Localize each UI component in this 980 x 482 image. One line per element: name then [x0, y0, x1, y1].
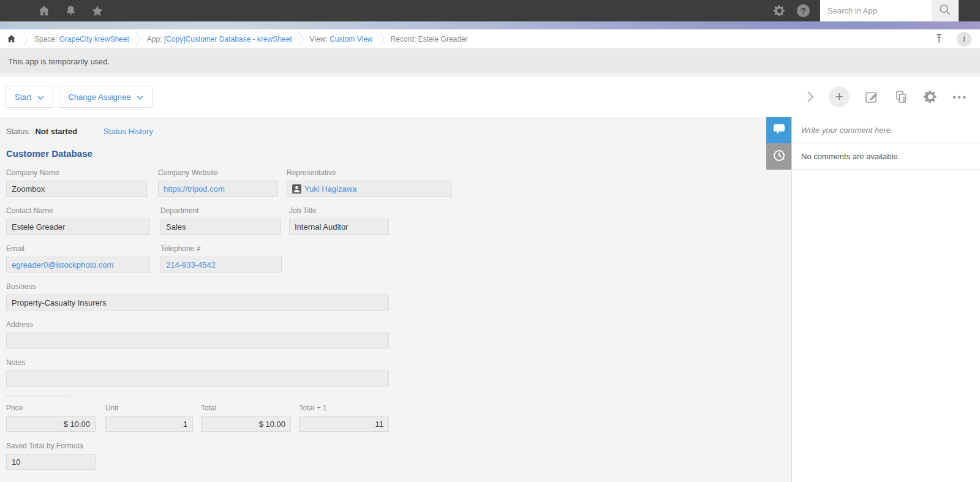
chevron-down-icon — [137, 92, 143, 102]
comments-content: Write your comment here. No comments are… — [791, 117, 980, 482]
field-address — [6, 333, 389, 348]
info-icon[interactable]: i — [957, 32, 971, 47]
breadcrumb-view: View: Custom View — [310, 35, 373, 43]
header-cover-strip — [0, 21, 980, 29]
comments-empty-message: No comments are available. — [792, 143, 980, 170]
field-label-total-plus-one: Total + 1 — [299, 404, 389, 412]
topbar-corner — [959, 0, 980, 21]
breadcrumb-space-link[interactable]: GrapeCity krewSheet — [59, 35, 129, 43]
breadcrumb-record: Record: Estele Greader — [391, 35, 468, 43]
field-label-saved-total: Saved Total by Formula — [6, 442, 96, 450]
field-company-name: Zoombox — [6, 181, 147, 197]
breadcrumb-separator-icon — [379, 31, 385, 47]
breadcrumb-record-prefix: Record: — [391, 35, 418, 43]
breadcrumb-space: Space: GrapeCity krewSheet — [34, 35, 129, 43]
field-label-email: Email — [6, 244, 150, 253]
change-assignee-button[interactable]: Change Assignee — [59, 86, 153, 108]
field-unit: 1 — [105, 416, 193, 432]
record-title[interactable]: Customer Database — [6, 148, 766, 159]
field-label-contact-name: Contact Name — [6, 206, 150, 215]
field-job-title: Internal Auditor — [289, 219, 389, 235]
chevron-down-icon — [37, 92, 44, 102]
breadcrumb-home-icon[interactable] — [6, 34, 17, 44]
breadcrumb-view-link[interactable]: Custom View — [330, 35, 372, 43]
home-icon[interactable] — [37, 4, 51, 18]
field-label-price: Price — [6, 404, 96, 412]
field-company-website: https://tripod.com — [158, 181, 278, 197]
search-input[interactable] — [820, 0, 932, 21]
field-label-representative: Representative — [287, 168, 452, 177]
field-label-total: Total — [201, 404, 291, 412]
field-representative: Yuki Hagizawa — [287, 181, 452, 197]
search-icon — [938, 3, 952, 18]
breadcrumb-separator-icon — [298, 31, 304, 47]
comments-tab[interactable] — [766, 117, 791, 143]
pin-icon[interactable] — [935, 34, 943, 44]
status-history-link[interactable]: Status History — [104, 127, 153, 136]
start-button[interactable]: Start — [6, 86, 53, 108]
breadcrumb-record-name: Estele Greader — [418, 35, 468, 43]
search-button[interactable] — [932, 0, 959, 21]
add-record-button[interactable]: + — [829, 86, 850, 107]
field-label-address: Address — [6, 320, 389, 329]
comment-bubble-icon — [773, 124, 785, 137]
hamburger-menu-icon[interactable] — [8, 6, 24, 16]
comment-input[interactable]: Write your comment here. — [792, 117, 980, 143]
app-notice-banner: This app is temporarily used. — [0, 49, 980, 73]
field-label-notes: Notes — [6, 358, 389, 367]
field-total-plus-one: 11 — [299, 416, 389, 432]
field-label-unit: Unit — [105, 404, 193, 412]
field-label-business: Business — [6, 282, 389, 291]
user-icon — [292, 184, 301, 194]
breadcrumb-app: App: [Copy]Customer Database - krewSheet — [147, 35, 292, 43]
change-assignee-label: Change Assignee — [68, 92, 130, 102]
field-label-department: Department — [160, 206, 281, 215]
field-label-company-name: Company Name — [6, 168, 147, 177]
start-button-label: Start — [15, 92, 31, 102]
field-email: egreader0@istockphoto.com — [6, 257, 150, 273]
app-search — [820, 0, 959, 21]
company-website-link[interactable]: https://tripod.com — [164, 184, 225, 194]
email-link[interactable]: egreader0@istockphoto.com — [12, 260, 113, 269]
field-contact-name: Estele Greader — [6, 219, 150, 235]
process-status-row: Status: Not started Status History — [6, 127, 766, 136]
field-business: Property-Casualty Insurers — [6, 295, 389, 311]
field-price: $ 10.00 — [6, 416, 96, 432]
breadcrumb: Space: GrapeCity krewSheet App: [Copy]Cu… — [0, 29, 980, 49]
status-label: Status: — [6, 127, 31, 136]
field-label-company-website: Company Website — [158, 168, 278, 177]
field-notes — [6, 371, 389, 386]
breadcrumb-view-prefix: View: — [310, 35, 330, 43]
field-total: $ 10.00 — [201, 416, 291, 432]
notifications-bell-icon[interactable] — [64, 4, 77, 17]
field-label-telephone: Telephone # — [160, 244, 282, 253]
field-telephone: 214-933-4542 — [160, 257, 282, 273]
history-clock-icon — [772, 149, 786, 165]
breadcrumb-separator-icon — [23, 31, 28, 47]
breadcrumb-app-link[interactable]: [Copy]Customer Database - krewSheet — [164, 35, 292, 43]
field-label-job-title: Job Title — [289, 206, 389, 215]
breadcrumb-separator-icon — [135, 31, 141, 47]
more-options-icon[interactable]: ••• — [952, 92, 968, 102]
record-settings-gear-icon[interactable] — [923, 89, 938, 104]
help-icon[interactable]: ? — [797, 4, 810, 17]
breadcrumb-space-prefix: Space: — [34, 35, 59, 43]
status-value: Not started — [35, 127, 77, 136]
record-toolbar: Start Change Assignee + ••• — [0, 77, 980, 117]
favorites-star-icon[interactable] — [91, 4, 104, 18]
record-history-tab[interactable] — [766, 143, 791, 170]
group-divider — [6, 396, 70, 396]
next-record-chevron-icon[interactable] — [807, 91, 814, 103]
representative-link[interactable]: Yuki Hagizawa — [304, 184, 356, 194]
breadcrumb-app-prefix: App: — [147, 35, 164, 43]
field-saved-total: 10 — [6, 454, 96, 470]
telephone-link[interactable]: 214-933-4542 — [166, 260, 216, 269]
banner-message: This app is temporarily used. — [8, 57, 110, 66]
field-department: Sales — [160, 219, 281, 235]
edit-record-icon[interactable] — [864, 89, 879, 104]
copy-record-icon[interactable] — [894, 89, 908, 104]
settings-gear-icon[interactable] — [773, 4, 786, 17]
record-detail-area: Status: Not started Status History Custo… — [0, 117, 766, 482]
top-navigation-bar: ? — [0, 0, 980, 21]
comments-panel: Write your comment here. No comments are… — [766, 117, 980, 482]
